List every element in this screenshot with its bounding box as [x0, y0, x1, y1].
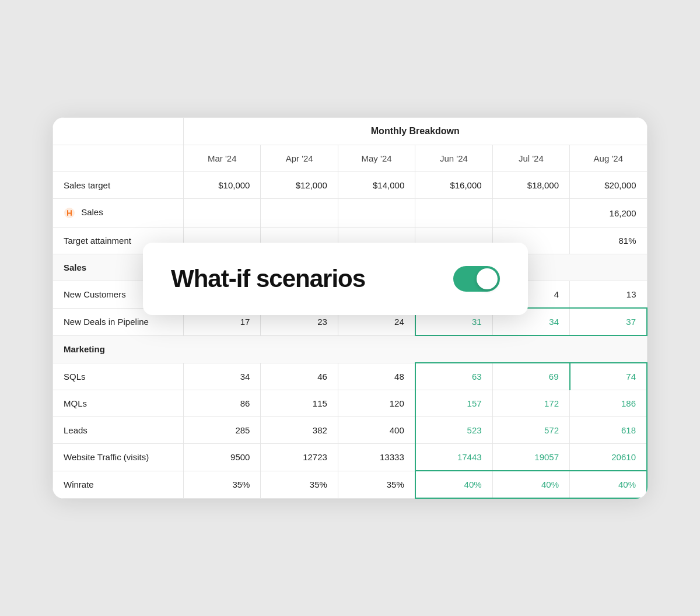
whatif-title: What-if scenarios [171, 265, 365, 293]
col-jun: Jun '24 [415, 145, 492, 172]
month-columns-row: Mar '24 Apr '24 May '24 Jun '24 Jul '24 … [53, 145, 648, 172]
winrate-jun: 40% [415, 471, 492, 498]
winrate-may: 35% [338, 471, 415, 498]
sqls-label: SQLs [53, 363, 184, 390]
website-traffic-may: 13333 [338, 444, 415, 471]
mqls-may: 120 [338, 390, 415, 417]
mqls-apr: 115 [261, 390, 338, 417]
sqls-jun: 63 [415, 363, 492, 390]
sqls-may: 48 [338, 363, 415, 390]
website-traffic-jul: 19057 [492, 444, 569, 471]
leads-aug: 618 [570, 417, 647, 444]
hubspot-sales-label: Sales [53, 198, 184, 227]
whatif-toggle[interactable] [453, 266, 500, 292]
winrate-row: Winrate 35% 35% 35% 40% 40% 40% [53, 471, 648, 498]
col-mar: Mar '24 [184, 145, 261, 172]
whatif-tooltip: What-if scenarios [143, 243, 528, 315]
sqls-row: SQLs 34 46 48 63 69 74 [53, 363, 648, 390]
sqls-jul: 69 [492, 363, 569, 390]
winrate-mar: 35% [184, 471, 261, 498]
sqls-mar: 34 [184, 363, 261, 390]
mqls-aug: 186 [570, 390, 647, 417]
leads-label: Leads [53, 417, 184, 444]
col-apr: Apr '24 [261, 145, 338, 172]
website-traffic-apr: 12723 [261, 444, 338, 471]
target-attainment-aug: 81% [570, 228, 647, 254]
sales-target-apr: $12,000 [261, 172, 338, 198]
winrate-label: Winrate [53, 471, 184, 498]
mqls-jun: 157 [415, 390, 492, 417]
hubspot-sales-row: Sales 16,200 [53, 198, 648, 227]
mqls-row: MQLs 86 115 120 157 172 186 [53, 390, 648, 417]
winrate-jul: 40% [492, 471, 569, 498]
marketing-section-label: Marketing [53, 335, 648, 363]
sales-target-row: Sales target $10,000 $12,000 $14,000 $16… [53, 172, 648, 198]
main-card: Monthly Breakdown Mar '24 Apr '24 May '2… [52, 117, 648, 499]
sales-target-mar: $10,000 [184, 172, 261, 198]
sqls-aug: 74 [570, 363, 647, 390]
winrate-apr: 35% [261, 471, 338, 498]
leads-apr: 382 [261, 417, 338, 444]
col-may: May '24 [338, 145, 415, 172]
row-label-header [53, 145, 184, 172]
website-traffic-mar: 9500 [184, 444, 261, 471]
mqls-mar: 86 [184, 390, 261, 417]
col-jul: Jul '24 [492, 145, 569, 172]
sqls-apr: 46 [261, 363, 338, 390]
website-traffic-label: Website Traffic (visits) [53, 444, 184, 471]
sales-target-label: Sales target [53, 172, 184, 198]
hubspot-icon [64, 207, 75, 219]
sales-target-aug: $20,000 [570, 172, 647, 198]
mqls-label: MQLs [53, 390, 184, 417]
sales-target-jun: $16,000 [415, 172, 492, 198]
mqls-jul: 172 [492, 390, 569, 417]
new-deals-aug: 37 [570, 308, 647, 335]
leads-jun: 523 [415, 417, 492, 444]
col-aug: Aug '24 [570, 145, 647, 172]
winrate-aug: 40% [570, 471, 647, 498]
leads-may: 400 [338, 417, 415, 444]
monthly-breakdown-label: Monthly Breakdown [184, 117, 647, 145]
leads-row: Leads 285 382 400 523 572 618 [53, 417, 648, 444]
sales-target-jul: $18,000 [492, 172, 569, 198]
leads-jul: 572 [492, 417, 569, 444]
leads-mar: 285 [184, 417, 261, 444]
sales-target-may: $14,000 [338, 172, 415, 198]
monthly-breakdown-header-row: Monthly Breakdown [53, 117, 648, 145]
website-traffic-aug: 20610 [570, 444, 647, 471]
marketing-section-row: Marketing [53, 335, 648, 363]
toggle-knob [477, 268, 498, 289]
website-traffic-jun: 17443 [415, 444, 492, 471]
website-traffic-row: Website Traffic (visits) 9500 12723 1333… [53, 444, 648, 471]
hubspot-sales-aug: 16,200 [570, 198, 647, 227]
new-customers-aug: 13 [570, 281, 647, 309]
empty-header-cell [53, 117, 184, 145]
